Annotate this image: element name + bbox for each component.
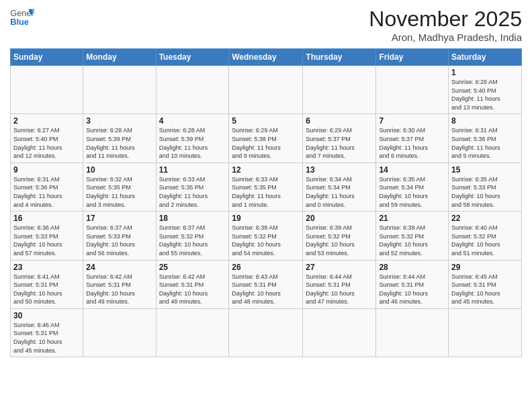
empty-cell	[303, 308, 376, 357]
calendar: Sunday Monday Tuesday Wednesday Thursday…	[10, 48, 522, 357]
empty-cell	[229, 308, 303, 357]
header-wednesday: Wednesday	[229, 49, 303, 66]
logo-icon: General Blue	[10, 7, 34, 27]
svg-text:Blue: Blue	[10, 17, 29, 27]
header-friday: Friday	[376, 49, 449, 66]
month-title: November 2025	[369, 7, 522, 32]
day-22: 22 Sunrise: 6:40 AMSunset: 5:32 PMDaylig…	[449, 212, 522, 260]
day-1: 1 Sunrise: 6:26 AMSunset: 5:40 PMDayligh…	[449, 66, 522, 114]
header: General Blue November 2025 Aron, Madhya …	[10, 7, 522, 43]
day-29: 29 Sunrise: 6:45 AMSunset: 5:31 PMDaylig…	[449, 260, 522, 308]
empty-cell	[156, 308, 229, 357]
day-5: 5 Sunrise: 6:29 AMSunset: 5:38 PMDayligh…	[229, 114, 303, 163]
empty-cell	[303, 66, 376, 114]
header-thursday: Thursday	[303, 49, 376, 66]
day-19: 19 Sunrise: 6:38 AMSunset: 5:32 PMDaylig…	[229, 212, 303, 260]
empty-cell	[83, 308, 156, 357]
table-row: 23 Sunrise: 6:41 AMSunset: 5:31 PMDaylig…	[11, 260, 522, 308]
day-23: 23 Sunrise: 6:41 AMSunset: 5:31 PMDaylig…	[11, 260, 83, 308]
day-4: 4 Sunrise: 6:28 AMSunset: 5:39 PMDayligh…	[156, 114, 229, 163]
day-10: 10 Sunrise: 6:32 AMSunset: 5:35 PMDaylig…	[83, 163, 156, 211]
day-13: 13 Sunrise: 6:34 AMSunset: 5:34 PMDaylig…	[303, 163, 376, 211]
table-row: 30 Sunrise: 6:46 AMSunset: 5:31 PMDaylig…	[11, 308, 522, 357]
day-16: 16 Sunrise: 6:36 AMSunset: 5:33 PMDaylig…	[11, 212, 83, 260]
day-2: 2 Sunrise: 6:27 AMSunset: 5:40 PMDayligh…	[11, 114, 83, 163]
title-block: November 2025 Aron, Madhya Pradesh, Indi…	[369, 7, 522, 43]
day-15: 15 Sunrise: 6:35 AMSunset: 5:33 PMDaylig…	[449, 163, 522, 211]
empty-cell	[376, 308, 449, 357]
empty-cell	[229, 66, 303, 114]
day-28: 28 Sunrise: 6:44 AMSunset: 5:31 PMDaylig…	[376, 260, 449, 308]
empty-cell	[156, 66, 229, 114]
day-9: 9 Sunrise: 6:31 AMSunset: 5:36 PMDayligh…	[11, 163, 83, 211]
page: General Blue November 2025 Aron, Madhya …	[0, 0, 532, 411]
day-24: 24 Sunrise: 6:42 AMSunset: 5:31 PMDaylig…	[83, 260, 156, 308]
table-row: 1 Sunrise: 6:26 AMSunset: 5:40 PMDayligh…	[11, 66, 522, 114]
day-21: 21 Sunrise: 6:39 AMSunset: 5:32 PMDaylig…	[376, 212, 449, 260]
day-18: 18 Sunrise: 6:37 AMSunset: 5:32 PMDaylig…	[156, 212, 229, 260]
day-27: 27 Sunrise: 6:44 AMSunset: 5:31 PMDaylig…	[303, 260, 376, 308]
day-17: 17 Sunrise: 6:37 AMSunset: 5:33 PMDaylig…	[83, 212, 156, 260]
location-title: Aron, Madhya Pradesh, India	[369, 32, 522, 43]
table-row: 2 Sunrise: 6:27 AMSunset: 5:40 PMDayligh…	[11, 114, 522, 163]
empty-cell	[449, 308, 522, 357]
day-6: 6 Sunrise: 6:29 AMSunset: 5:37 PMDayligh…	[303, 114, 376, 163]
day-14: 14 Sunrise: 6:35 AMSunset: 5:34 PMDaylig…	[376, 163, 449, 211]
day-11: 11 Sunrise: 6:33 AMSunset: 5:35 PMDaylig…	[156, 163, 229, 211]
day-20: 20 Sunrise: 6:39 AMSunset: 5:32 PMDaylig…	[303, 212, 376, 260]
day-30: 30 Sunrise: 6:46 AMSunset: 5:31 PMDaylig…	[11, 308, 83, 357]
logo: General Blue	[10, 7, 34, 27]
header-saturday: Saturday	[449, 49, 522, 66]
day-26: 26 Sunrise: 6:43 AMSunset: 5:31 PMDaylig…	[229, 260, 303, 308]
table-row: 9 Sunrise: 6:31 AMSunset: 5:36 PMDayligh…	[11, 163, 522, 211]
day-8: 8 Sunrise: 6:31 AMSunset: 5:36 PMDayligh…	[449, 114, 522, 163]
day-25: 25 Sunrise: 6:42 AMSunset: 5:31 PMDaylig…	[156, 260, 229, 308]
header-tuesday: Tuesday	[156, 49, 229, 66]
empty-cell	[83, 66, 156, 114]
day-3: 3 Sunrise: 6:28 AMSunset: 5:39 PMDayligh…	[83, 114, 156, 163]
weekday-header-row: Sunday Monday Tuesday Wednesday Thursday…	[11, 49, 522, 66]
empty-cell	[376, 66, 449, 114]
day-7: 7 Sunrise: 6:30 AMSunset: 5:37 PMDayligh…	[376, 114, 449, 163]
header-sunday: Sunday	[11, 49, 83, 66]
table-row: 16 Sunrise: 6:36 AMSunset: 5:33 PMDaylig…	[11, 212, 522, 260]
day-12: 12 Sunrise: 6:33 AMSunset: 5:35 PMDaylig…	[229, 163, 303, 211]
empty-cell	[11, 66, 83, 114]
header-monday: Monday	[83, 49, 156, 66]
